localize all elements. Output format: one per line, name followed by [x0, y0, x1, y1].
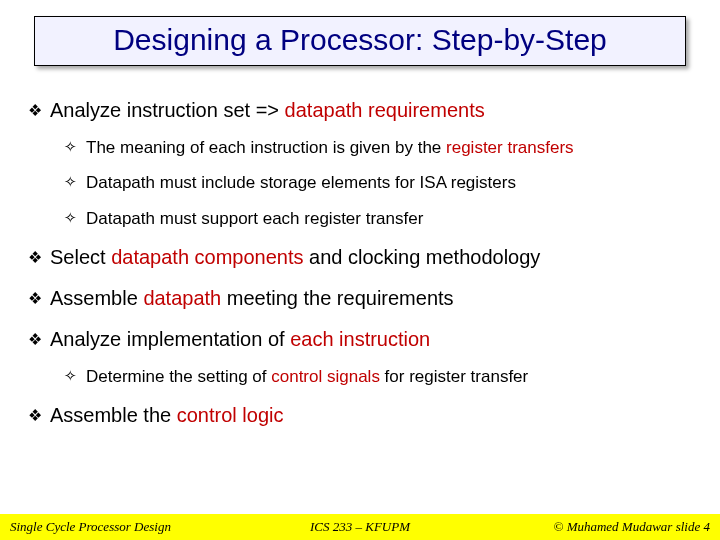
bullet-text: The meaning of each instruction is given… — [86, 137, 574, 158]
text-fragment: Analyze instruction set => — [50, 99, 285, 121]
text-fragment: The meaning of each instruction is given… — [86, 138, 446, 157]
subbullet-register-transfers: ✧ The meaning of each instruction is giv… — [64, 137, 692, 158]
subbullet-control-signals: ✧ Determine the setting of control signa… — [64, 366, 692, 387]
slide-title: Designing a Processor: Step-by-Step — [34, 16, 686, 66]
bullet-text: Select datapath components and clocking … — [50, 245, 540, 270]
text-fragment: for register transfer — [380, 367, 528, 386]
footer-center: ICS 233 – KFUPM — [243, 519, 476, 535]
text-fragment: Analyze implementation of — [50, 328, 290, 350]
text-highlight: datapath components — [111, 246, 303, 268]
text-fragment: Assemble — [50, 287, 143, 309]
text-fragment: meeting the requirements — [221, 287, 453, 309]
bullet-assemble-control-logic: ❖ Assemble the control logic — [28, 403, 692, 428]
bullet-text: Analyze instruction set => datapath requ… — [50, 98, 485, 123]
subbullet-storage-elements: ✧ Datapath must include storage elements… — [64, 172, 692, 193]
diamond-filled-icon: ❖ — [28, 286, 50, 309]
text-fragment: Determine the setting of — [86, 367, 271, 386]
bullet-text: Assemble the control logic — [50, 403, 283, 428]
bullet-analyze-instruction-set: ❖ Analyze instruction set => datapath re… — [28, 98, 692, 123]
bullet-text: Determine the setting of control signals… — [86, 366, 528, 387]
footer-left: Single Cycle Processor Design — [0, 519, 243, 535]
diamond-open-icon: ✧ — [64, 137, 86, 157]
footer-right: © Muhamed Mudawar slide 4 — [477, 519, 720, 535]
diamond-filled-icon: ❖ — [28, 403, 50, 426]
bullet-analyze-implementation: ❖ Analyze implementation of each instruc… — [28, 327, 692, 352]
text-highlight: datapath requirements — [285, 99, 485, 121]
bullet-text: Analyze implementation of each instructi… — [50, 327, 430, 352]
bullet-text: Datapath must include storage elements f… — [86, 172, 516, 193]
text-highlight: datapath — [143, 287, 221, 309]
text-highlight: register transfers — [446, 138, 574, 157]
diamond-filled-icon: ❖ — [28, 245, 50, 268]
text-fragment: Select — [50, 246, 111, 268]
text-highlight: control logic — [177, 404, 284, 426]
subbullet-support-transfer: ✧ Datapath must support each register tr… — [64, 208, 692, 229]
text-highlight: control signals — [271, 367, 380, 386]
text-highlight: each instruction — [290, 328, 430, 350]
slide-footer: Single Cycle Processor Design ICS 233 – … — [0, 514, 720, 540]
slide-body: ❖ Analyze instruction set => datapath re… — [0, 66, 720, 428]
diamond-filled-icon: ❖ — [28, 98, 50, 121]
bullet-select-components: ❖ Select datapath components and clockin… — [28, 245, 692, 270]
bullet-assemble-datapath: ❖ Assemble datapath meeting the requirem… — [28, 286, 692, 311]
bullet-text: Assemble datapath meeting the requiremen… — [50, 286, 454, 311]
text-fragment: and clocking methodology — [304, 246, 541, 268]
slide: Designing a Processor: Step-by-Step ❖ An… — [0, 0, 720, 540]
diamond-open-icon: ✧ — [64, 172, 86, 192]
diamond-open-icon: ✧ — [64, 366, 86, 386]
diamond-filled-icon: ❖ — [28, 327, 50, 350]
text-fragment: Assemble the — [50, 404, 177, 426]
bullet-text: Datapath must support each register tran… — [86, 208, 423, 229]
diamond-open-icon: ✧ — [64, 208, 86, 228]
